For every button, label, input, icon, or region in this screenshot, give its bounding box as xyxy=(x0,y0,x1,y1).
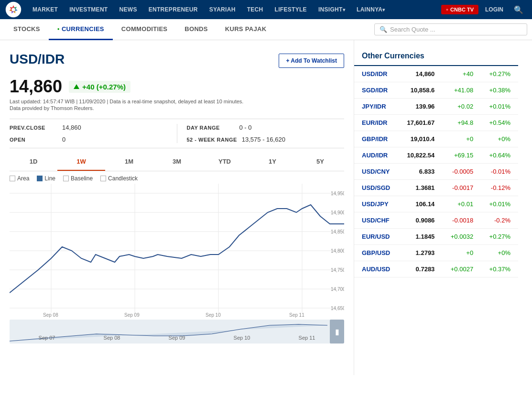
week-range-stat: 52 - WEEK RANGE 13,575 - 16,620 xyxy=(187,136,345,143)
currency-pct: -0.01% xyxy=(481,164,518,180)
currency-table-row[interactable]: GBP/USD 1.2793 +0 +0% xyxy=(354,245,518,261)
currency-table-row[interactable]: SGD/IDR 10,858.6 +41.08 +0.38% xyxy=(354,82,518,99)
chart-tab-3m[interactable]: 3M xyxy=(153,153,201,171)
currency-pair[interactable]: JPY/IDR xyxy=(354,99,399,115)
nbc-logo-icon[interactable] xyxy=(5,1,22,18)
candlestick-label: Candlestick xyxy=(108,175,138,182)
currency-change: +0.0027 xyxy=(442,261,481,277)
prev-close-value: 14,860 xyxy=(62,124,81,131)
chart-tabs: 1D 1W 1M 3M YTD 1Y 5Y xyxy=(10,153,344,171)
chart-tab-1w[interactable]: 1W xyxy=(57,153,105,171)
day-range-value: 0 - 0 xyxy=(239,124,252,131)
currency-change: +0 xyxy=(442,131,481,147)
tab-kurs-pajak[interactable]: KURS PAJAK xyxy=(217,19,275,40)
currency-pair[interactable]: USD/CNY xyxy=(354,164,399,180)
candlestick-checkbox[interactable] xyxy=(100,176,106,181)
currency-pair[interactable]: USD/SGD xyxy=(354,180,399,196)
week-range-label: 52 - WEEK RANGE xyxy=(187,137,237,143)
currency-price: 10,822.54 xyxy=(399,147,442,164)
currency-pair[interactable]: USD/JPY xyxy=(354,196,399,212)
chart-type-baseline[interactable]: Baseline xyxy=(63,175,93,182)
currency-change: +41.08 xyxy=(442,82,481,99)
baseline-checkbox[interactable] xyxy=(63,176,69,181)
cnbc-tv-button[interactable]: CNBC TV xyxy=(441,5,478,14)
line-checkbox[interactable] xyxy=(37,176,43,181)
currency-change: -0.0005 xyxy=(442,164,481,180)
open-label: OPEN xyxy=(10,137,57,143)
last-updated-text: Last updated: 14:57:47 WIB | 11/09/2020 … xyxy=(10,99,344,104)
nav-news[interactable]: NEWS xyxy=(114,0,141,19)
x-label-1: Sep 09 xyxy=(124,312,140,318)
currency-pair[interactable]: USD/CHF xyxy=(354,212,399,229)
chart-tab-5y[interactable]: 5Y xyxy=(296,153,344,171)
currency-pct: +0.54% xyxy=(481,115,518,131)
chart-tab-1d[interactable]: 1D xyxy=(10,153,57,171)
tab-currencies[interactable]: CURRENCIES xyxy=(49,19,113,40)
currency-pair[interactable]: USD/IDR xyxy=(354,66,399,82)
up-arrow-icon xyxy=(74,84,79,89)
left-panel: USD/IDR + Add To Watchlist 14,860 +40 (+… xyxy=(0,40,354,375)
currency-price: 0.9086 xyxy=(399,212,442,229)
currency-table-row[interactable]: USD/JPY 106.14 +0.01 +0.01% xyxy=(354,196,518,212)
line-label: Line xyxy=(44,175,55,182)
currency-table-row[interactable]: GBP/IDR 19,010.4 +0 +0% xyxy=(354,131,518,147)
nav-market[interactable]: MARKET xyxy=(28,0,63,19)
currency-change: -0.0017 xyxy=(442,180,481,196)
right-panel: Other Currencies USD/IDR 14,860 +40 +0.2… xyxy=(354,40,526,375)
login-button[interactable]: LOGIN xyxy=(480,6,508,13)
chart-area[interactable]: 14,950 14,900 14,850 14,800 14,750 14,70… xyxy=(10,184,344,318)
currency-change: +0.0032 xyxy=(442,229,481,245)
currency-pct: +0% xyxy=(481,245,518,261)
currency-pair[interactable]: EUR/USD xyxy=(354,229,399,245)
currency-table-row[interactable]: USD/SGD 1.3681 -0.0017 -0.12% xyxy=(354,180,518,196)
chart-tab-ytd[interactable]: YTD xyxy=(201,153,249,171)
search-icon[interactable]: 🔍 xyxy=(510,5,527,14)
currency-table-row[interactable]: USD/CHF 0.9086 -0.0018 -0.2% xyxy=(354,212,518,229)
day-range-stat: DAY RANGE 0 - 0 xyxy=(187,124,345,131)
currency-change: -0.0018 xyxy=(442,212,481,229)
currency-price: 10,858.6 xyxy=(399,82,442,99)
currency-table-row[interactable]: AUD/IDR 10,822.54 +69.15 +0.64% xyxy=(354,147,518,164)
nav-tech[interactable]: TECH xyxy=(242,0,268,19)
chart-minimap[interactable]: ▮ Sep 07 Sep 08 Sep 09 Sep 10 Sep 11 xyxy=(10,320,344,344)
x-label-0: Sep 08 xyxy=(43,312,58,318)
symbol-title: USD/IDR xyxy=(10,52,65,67)
currency-pair[interactable]: GBP/IDR xyxy=(354,131,399,147)
currency-pair[interactable]: EUR/IDR xyxy=(354,115,399,131)
price-change-text: +40 (+0.27%) xyxy=(82,83,126,91)
currency-pair[interactable]: SGD/IDR xyxy=(354,82,399,99)
currency-table-row[interactable]: JPY/IDR 139.96 +0.02 +0.01% xyxy=(354,99,518,115)
chart-type-line[interactable]: Line xyxy=(37,175,55,182)
chart-type-candlestick[interactable]: Candlestick xyxy=(100,175,138,182)
chart-type-area[interactable]: Area xyxy=(10,175,29,182)
chart-tab-1y[interactable]: 1Y xyxy=(249,153,296,171)
tab-stocks[interactable]: STOCKS xyxy=(5,19,49,40)
nav-lifestyle[interactable]: LIFESTYLE xyxy=(270,0,312,19)
currency-pair[interactable]: AUD/USD xyxy=(354,261,399,277)
currency-pair[interactable]: AUD/IDR xyxy=(354,147,399,164)
currency-price: 19,010.4 xyxy=(399,131,442,147)
currency-table-row[interactable]: EUR/USD 1.1845 +0.0032 +0.27% xyxy=(354,229,518,245)
currency-pair[interactable]: GBP/USD xyxy=(354,245,399,261)
prev-close-label: PREV.CLOSE xyxy=(10,125,57,131)
search-quote-input[interactable]: 🔍 Search Quote ... xyxy=(374,23,527,35)
currency-table: USD/IDR 14,860 +40 +0.27% SGD/IDR 10,858… xyxy=(354,66,518,277)
chart-tab-1m[interactable]: 1M xyxy=(105,153,153,171)
nav-entrepreneur[interactable]: ENTREPRENEUR xyxy=(144,0,203,19)
open-value: 0 xyxy=(62,136,65,143)
add-watchlist-button[interactable]: + Add To Watchlist xyxy=(279,54,344,68)
tab-bonds[interactable]: BONDS xyxy=(176,19,216,40)
tab-commodities[interactable]: COMMODITIES xyxy=(113,19,176,40)
area-checkbox[interactable] xyxy=(10,176,15,181)
stats-row: PREV.CLOSE 14,860 OPEN 0 DAY RANGE 0 - 0… xyxy=(10,119,344,148)
currency-table-row[interactable]: AUD/USD 0.7283 +0.0027 +0.37% xyxy=(354,261,518,277)
nav-insight[interactable]: INSIGHT xyxy=(314,0,350,19)
nav-lainnya[interactable]: LAINNYA xyxy=(352,0,390,19)
currency-table-row[interactable]: EUR/IDR 17,601.67 +94.8 +0.54% xyxy=(354,115,518,131)
open-stat: OPEN 0 xyxy=(10,136,167,143)
currency-table-row[interactable]: USD/CNY 6.833 -0.0005 -0.01% xyxy=(354,164,518,180)
nav-syariah[interactable]: SYARIAH xyxy=(205,0,240,19)
area-label: Area xyxy=(17,175,29,182)
nav-investment[interactable]: INVESTMENT xyxy=(65,0,112,19)
currency-table-row[interactable]: USD/IDR 14,860 +40 +0.27% xyxy=(354,66,518,82)
